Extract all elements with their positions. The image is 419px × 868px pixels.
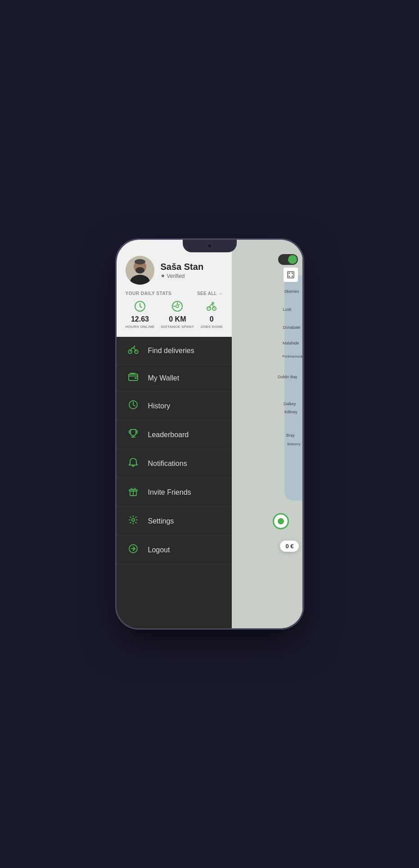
profile-name: Saša Stan bbox=[161, 262, 204, 272]
euro-badge: 0 € bbox=[280, 541, 299, 552]
gear-icon bbox=[127, 515, 139, 527]
my-wallet-label: My Wallet bbox=[148, 374, 180, 382]
bicycle-icon bbox=[127, 345, 139, 356]
sidebar-item-logout[interactable]: Logout bbox=[117, 536, 232, 564]
stat-hours-online: 12.63 HOURS ONLINE bbox=[126, 300, 155, 329]
trophy-icon bbox=[127, 429, 139, 441]
map-label-dalkey: Dalkey bbox=[284, 402, 296, 406]
left-panel: Saša Stan ★ Verified YOUR DAILY STATS SE… bbox=[117, 240, 232, 628]
settings-label: Settings bbox=[148, 517, 174, 525]
online-toggle[interactable] bbox=[278, 254, 298, 265]
svg-point-3 bbox=[135, 267, 144, 273]
map-label-portmarnock: Portmarnock bbox=[282, 354, 302, 358]
see-all-button[interactable]: SEE ALL → bbox=[197, 291, 223, 296]
map-label-donabate: Donabate bbox=[283, 325, 300, 330]
svg-point-26 bbox=[132, 519, 135, 521]
stat-distance-value: 0 KM bbox=[169, 315, 186, 323]
location-dot bbox=[278, 518, 284, 524]
sidebar-item-leaderboard[interactable]: Leaderboard bbox=[117, 421, 232, 449]
stat-distance: 0 KM DISTANCE SPENT bbox=[161, 300, 194, 329]
map-label-malahide: Malahide bbox=[283, 341, 299, 345]
stat-distance-label: DISTANCE SPENT bbox=[161, 325, 194, 329]
find-deliveries-label: Find deliveries bbox=[148, 347, 194, 355]
gift-icon bbox=[127, 486, 139, 498]
phone-screen: Saša Stan ★ Verified YOUR DAILY STATS SE… bbox=[117, 240, 303, 628]
svg-rect-28 bbox=[288, 272, 294, 278]
stat-jobs: 0 JOBS DONE bbox=[200, 300, 223, 329]
svg-rect-19 bbox=[135, 377, 137, 379]
stats-grid: 12.63 HOURS ONLINE bbox=[126, 300, 223, 329]
verified-badge: ★ Verified bbox=[161, 273, 204, 279]
clock-icon bbox=[134, 300, 146, 314]
verified-label: Verified bbox=[167, 273, 185, 279]
map-label-skerries: Skerries bbox=[284, 289, 299, 294]
invite-friends-label: Invite Friends bbox=[148, 488, 191, 497]
sidebar-item-my-wallet[interactable]: My Wallet bbox=[117, 365, 232, 392]
sidebar-item-notifications[interactable]: Notifications bbox=[117, 449, 232, 478]
speedometer-icon bbox=[171, 300, 183, 314]
wallet-icon bbox=[127, 373, 139, 383]
menu-list: Find deliveries My Wallet bbox=[117, 337, 232, 628]
svg-line-10 bbox=[179, 304, 180, 305]
toggle-thumb bbox=[288, 255, 297, 264]
logout-icon bbox=[127, 544, 139, 556]
profile-top: Saša Stan ★ Verified bbox=[126, 256, 204, 285]
stat-jobs-value: 0 bbox=[210, 315, 214, 323]
map-label-dublin-bay: Dublin Bay bbox=[278, 375, 297, 379]
verified-star-icon: ★ bbox=[161, 273, 165, 279]
phone-frame: Saša Stan ★ Verified YOUR DAILY STATS SE… bbox=[115, 238, 304, 630]
history-label: History bbox=[148, 402, 171, 410]
map-label-biskerry: Biskerry bbox=[288, 442, 301, 446]
notifications-label: Notifications bbox=[148, 460, 187, 468]
svg-point-7 bbox=[176, 305, 179, 308]
stats-section: YOUR DAILY STATS SEE ALL → 12.63 bbox=[126, 291, 223, 329]
bell-icon bbox=[127, 457, 139, 470]
stat-hours-value: 12.63 bbox=[131, 315, 149, 323]
stats-header: YOUR DAILY STATS SEE ALL → bbox=[126, 291, 223, 296]
map-label-bray: Bray bbox=[286, 433, 295, 438]
phone-camera bbox=[207, 244, 212, 248]
map-label-lusk: Lusk bbox=[283, 307, 291, 312]
right-panel: Skerries Lusk Donabate Malahide Portmarn… bbox=[232, 240, 302, 628]
profile-header: Saša Stan ★ Verified YOUR DAILY STATS SE… bbox=[117, 240, 232, 337]
history-icon bbox=[127, 400, 139, 412]
svg-point-4 bbox=[135, 259, 145, 264]
phone-notch bbox=[183, 240, 237, 252]
stat-jobs-label: JOBS DONE bbox=[200, 325, 223, 329]
map-label-killiney: Killiney bbox=[284, 410, 297, 414]
avatar bbox=[126, 256, 154, 285]
logout-label: Logout bbox=[148, 546, 170, 554]
stat-hours-label: HOURS ONLINE bbox=[126, 325, 155, 329]
leaderboard-label: Leaderboard bbox=[148, 431, 189, 439]
expand-map-button[interactable] bbox=[284, 268, 298, 282]
stats-title: YOUR DAILY STATS bbox=[126, 291, 172, 296]
map-background: Skerries Lusk Donabate Malahide Portmarn… bbox=[232, 240, 302, 628]
sidebar-item-history[interactable]: History bbox=[117, 392, 232, 421]
svg-point-16 bbox=[134, 346, 135, 347]
profile-info: Saša Stan ★ Verified bbox=[161, 262, 204, 279]
bicycle-stat-icon bbox=[206, 300, 217, 314]
sidebar-item-find-deliveries[interactable]: Find deliveries bbox=[117, 337, 232, 365]
sidebar-item-settings[interactable]: Settings bbox=[117, 507, 232, 536]
location-pin bbox=[273, 513, 289, 529]
sidebar-item-invite-friends[interactable]: Invite Friends bbox=[117, 478, 232, 507]
